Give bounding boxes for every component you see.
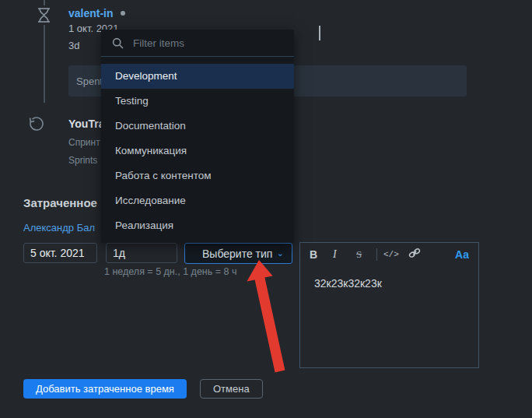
dropdown-item-research[interactable]: Исследование [101,188,294,213]
comment-text-area[interactable]: 32к23к32к23к [300,266,478,300]
timeline-line [44,25,45,103]
dropdown-item-content-work[interactable]: Работа с контентом [101,163,294,188]
font-size-button[interactable]: Aa [455,248,469,261]
link-button[interactable] [405,248,424,262]
add-spent-time-button[interactable]: Добавить затраченное время [23,379,187,399]
text-cursor [319,26,320,40]
duration-input[interactable] [106,243,177,263]
dropdown-search-row [101,30,294,56]
date-input[interactable] [23,243,97,263]
activity-sub-line-1: Спринт [68,137,100,148]
link-icon [408,248,421,258]
annotation-arrow-icon [233,253,303,378]
author-link[interactable]: Александр Бал [23,222,95,234]
work-type-label: Выберите тип [202,248,272,260]
timeline-stub [44,0,45,5]
dialog-title: Затраченное [23,196,97,209]
work-type-dropdown: Development Testing Documentation Коммун… [101,30,294,243]
history-icon [28,117,44,132]
search-icon [112,37,124,49]
bold-button[interactable]: B [310,248,333,261]
spent-time-label: Spent [76,76,103,87]
chevron-down-icon: ⌄ [277,249,284,258]
comment-editor: B I S </> Aa 32к23к32к23к [299,242,479,368]
italic-button[interactable]: I [333,248,356,261]
dropdown-item-documentation[interactable]: Documentation [101,114,294,139]
activity-duration: 3d [68,40,79,51]
dropdown-item-development[interactable]: Development [101,64,294,89]
cancel-button[interactable]: Отмена [200,379,263,399]
hourglass-icon [37,7,51,23]
toolbar-divider [376,248,377,261]
status-dot-icon [121,11,125,16]
activity-sub-line-2: Sprints [68,155,97,166]
dropdown-item-communication[interactable]: Коммуникация [101,139,294,163]
dropdown-list: Development Testing Documentation Коммун… [101,57,294,238]
dropdown-item-testing[interactable]: Testing [101,89,294,114]
strikethrough-button[interactable]: S [356,248,375,261]
editor-toolbar: B I S </> Aa [300,243,478,266]
dropdown-item-realization[interactable]: Реализация [101,213,294,238]
code-button[interactable]: </> [383,250,405,259]
issue-title-row: valent-in [68,7,125,19]
issue-link[interactable]: valent-in [68,7,114,19]
dropdown-filter-input[interactable] [133,37,283,49]
work-type-select[interactable]: Выберите тип ⌄ [184,243,292,264]
duration-helper-text: 1 неделя = 5 дн., 1 день = 8 ч [104,266,236,277]
